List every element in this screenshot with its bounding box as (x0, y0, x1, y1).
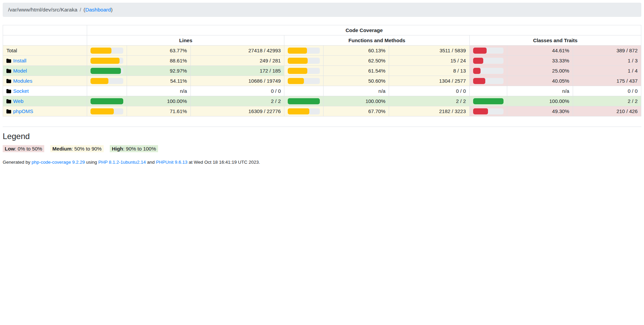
functions-progress-fill (288, 58, 308, 64)
lines-count: 172 / 185 (190, 66, 284, 76)
functions-count: 3511 / 5839 (389, 46, 469, 56)
group-header-row: Lines Functions and Methods Classes and … (3, 35, 641, 46)
functions-coverage-bar-cell (284, 46, 323, 56)
functions-percent: 50.60% (323, 76, 389, 86)
legend-high-label: High (112, 146, 123, 152)
functions-progress-fill (288, 78, 304, 84)
classes-progress-fill (473, 58, 483, 64)
group-header-classes: Classes and Traits (469, 35, 641, 46)
classes-percent: 44.61% (507, 46, 573, 56)
classes-progress-fill (473, 78, 485, 84)
classes-coverage-bar-cell (469, 56, 507, 66)
classes-percent: 33.33% (507, 56, 573, 66)
classes-progress-bar (473, 58, 504, 64)
lines-count: 16309 / 22776 (190, 106, 284, 116)
coverage-table-body: Total63.77%27418 / 4299360.13%3511 / 583… (3, 46, 641, 116)
lines-progress-fill (91, 78, 108, 84)
item-label: Total (6, 48, 17, 53)
lines-coverage-bar-cell (87, 66, 127, 76)
item-name-cell: Model (3, 66, 87, 76)
divider (3, 127, 641, 127)
functions-percent: 100.00% (323, 96, 389, 106)
classes-coverage-bar-cell (469, 106, 507, 116)
legend-medium-range: : 50% to 90% (72, 146, 102, 152)
functions-count: 8 / 13 (389, 66, 469, 76)
lines-percent: 71.61% (127, 106, 190, 116)
item-name-cell: Modules (3, 76, 87, 86)
breadcrumb: /var/www/html/dev/src/Karaka/(Dashboard) (3, 3, 641, 17)
group-header-functions: Functions and Methods (284, 35, 469, 46)
item-link[interactable]: Modules (13, 78, 32, 84)
legend-high: High: 90% to 100% (110, 145, 158, 152)
classes-percent: 25.00% (507, 66, 573, 76)
table-title-row: Code Coverage (3, 25, 641, 35)
php-code-coverage-link[interactable]: php-code-coverage 9.2.29 (32, 160, 85, 165)
classes-count: 210 / 426 (573, 106, 641, 116)
functions-progress-fill (288, 98, 319, 104)
folder-icon (6, 78, 13, 84)
lines-count: 27418 / 42993 (190, 46, 284, 56)
classes-percent: 49.30% (507, 106, 573, 116)
lines-progress-bar (91, 68, 123, 74)
functions-coverage-bar-cell (284, 106, 323, 116)
legend-medium: Medium: 50% to 90% (50, 145, 104, 152)
legend-heading: Legend (3, 132, 641, 141)
lines-percent: 88.61% (127, 56, 190, 66)
classes-progress-bar (473, 68, 504, 74)
functions-progress-bar (288, 78, 319, 84)
phpunit-link[interactable]: PHPUnit 9.6.13 (156, 160, 187, 165)
item-name-cell: phpOMS (3, 106, 87, 116)
classes-progress-bar (473, 108, 504, 114)
functions-progress-fill (288, 68, 307, 74)
item-name-cell: Web (3, 96, 87, 106)
functions-percent: n/a (323, 86, 389, 96)
functions-percent: 60.13% (323, 46, 389, 56)
php-link[interactable]: PHP 8.1.2-1ubuntu2.14 (98, 160, 146, 165)
classes-count: 1 / 4 (573, 66, 641, 76)
lines-coverage-bar-cell (87, 96, 127, 106)
functions-progress-bar (288, 68, 319, 74)
footer-generated: Generated by php-code-coverage 9.2.29 us… (3, 160, 641, 165)
dashboard-link[interactable]: Dashboard (85, 7, 111, 12)
legend-low: Low: 0% to 50% (3, 145, 44, 152)
footer-prefix: Generated by (3, 160, 32, 165)
functions-coverage-bar-cell (284, 76, 323, 86)
functions-coverage-bar-cell (284, 96, 323, 106)
functions-count: 2182 / 3223 (389, 106, 469, 116)
folder-icon (6, 58, 13, 63)
table-row: Modules54.11%10686 / 1974950.60%1304 / 2… (3, 76, 641, 86)
footer-mid1: using (85, 160, 98, 165)
folder-icon (6, 98, 13, 104)
lines-coverage-bar-cell (87, 46, 127, 56)
legend-low-range: : 0% to 50% (15, 146, 42, 152)
item-link[interactable]: Model (13, 68, 27, 74)
item-link[interactable]: Web (13, 98, 24, 104)
lines-percent: n/a (127, 86, 190, 96)
item-link[interactable]: Socket (13, 88, 29, 94)
lines-progress-bar (91, 58, 123, 64)
functions-progress-fill (288, 48, 307, 54)
classes-coverage-bar-cell (469, 66, 507, 76)
item-name-cell: Socket (3, 86, 87, 96)
lines-count: 10686 / 19749 (190, 76, 284, 86)
classes-progress-bar (473, 48, 504, 54)
classes-coverage-bar-cell (469, 86, 507, 96)
paren-close: ) (111, 7, 112, 12)
legend-medium-label: Medium (52, 146, 72, 152)
functions-count: 15 / 24 (389, 56, 469, 66)
functions-percent: 61.54% (323, 66, 389, 76)
classes-percent: 100.00% (507, 96, 573, 106)
classes-progress-bar (473, 98, 504, 104)
functions-progress-fill (288, 108, 309, 114)
breadcrumb-current: (Dashboard) (83, 7, 112, 12)
classes-count: 2 / 2 (573, 96, 641, 106)
footer-mid2: and (146, 160, 156, 165)
lines-coverage-bar-cell (87, 76, 127, 86)
coverage-table: Code Coverage Lines Functions and Method… (3, 25, 641, 116)
classes-percent: 40.05% (507, 76, 573, 86)
functions-count: 1304 / 2577 (389, 76, 469, 86)
item-link[interactable]: Install (13, 58, 26, 63)
item-name-cell: Total (3, 46, 87, 56)
item-link[interactable]: phpOMS (13, 108, 33, 114)
functions-count: 2 / 2 (389, 96, 469, 106)
